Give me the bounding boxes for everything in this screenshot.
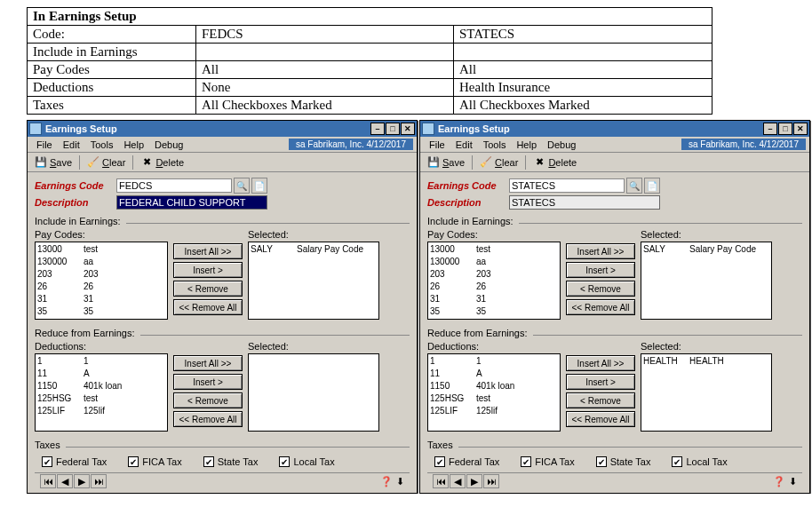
detail-icon[interactable]: 📄 [251,178,267,194]
local-tax-checkbox[interactable]: ✔Local Tax [279,456,334,467]
remove-all-button[interactable]: << Remove All [173,299,243,315]
insert-button[interactable]: Insert > [173,262,243,278]
list-box[interactable]: SALYSalary Pay Code [248,242,379,320]
lookup-icon[interactable]: 🔍 [626,178,642,194]
menu-file[interactable]: File [424,139,450,150]
help-icon[interactable]: ❓ [773,476,785,487]
local-tax-checkbox[interactable]: ✔Local Tax [672,456,727,467]
minimize-button[interactable]: – [763,123,777,135]
list-item[interactable]: SALYSalary Pay Code [641,242,771,255]
list-item[interactable]: 3535 [428,305,560,317]
remove-all-button[interactable]: << Remove All [173,411,243,427]
list-box[interactable]: HEALTHHEALTH [641,353,772,432]
remove-button[interactable]: < Remove [173,281,243,297]
earnings-code-field[interactable]: STATECS [509,178,625,193]
list-item[interactable]: 203203 [36,267,167,280]
menu-debug[interactable]: Debug [149,139,188,150]
state-tax-checkbox[interactable]: ✔State Tax [203,456,259,467]
list-box[interactable] [248,353,379,432]
list-item[interactable]: 125HSGtest [428,392,560,404]
list-item[interactable]: 125HSGtest [36,392,167,404]
description-field[interactable]: FEDERAL CHILD SUPPORT [116,195,267,210]
list-item[interactable]: 3131 [428,292,560,305]
list-item[interactable]: 130000aa [36,255,167,267]
fica-tax-checkbox[interactable]: ✔FICA Tax [128,456,181,467]
description-field[interactable]: STATECS [509,195,660,210]
delete-button[interactable]: ✖Delete [137,155,187,170]
list-item[interactable]: 1150401k loan [36,379,167,392]
remove-all-button[interactable]: << Remove All [566,299,635,315]
list-item[interactable]: 1150401k loan [428,379,560,392]
list-item[interactable]: SALYSalary Pay Code [249,242,378,255]
fica-tax-checkbox[interactable]: ✔FICA Tax [521,456,574,467]
dropdown-icon[interactable]: ⬇ [396,476,404,487]
list-item[interactable]: 13000test [36,242,167,255]
detail-icon[interactable]: 📄 [644,178,660,194]
menu-help[interactable]: Help [118,139,149,150]
menu-edit[interactable]: Edit [58,139,85,150]
list-item[interactable]: HEALTHHEALTH [641,354,771,367]
insert-button[interactable]: Insert > [566,374,635,390]
nav-button-3[interactable]: ⏭ [483,474,499,488]
help-icon[interactable]: ❓ [380,476,393,487]
dropdown-icon[interactable]: ⬇ [789,476,797,487]
list-box[interactable]: 1111A1150401k loan125HSGtest125LIF125lif [35,353,168,432]
remove-button[interactable]: < Remove [566,281,635,297]
list-box[interactable]: 13000test130000aa203203262631313535 [427,242,561,320]
minimize-button[interactable]: – [370,123,385,135]
menu-edit[interactable]: Edit [450,139,478,150]
clear-button[interactable]: 🧹Clear [476,155,521,170]
insert-all-button[interactable]: Insert All >> [173,355,243,371]
menu-file[interactable]: File [31,139,58,150]
menu-debug[interactable]: Debug [542,139,581,150]
list-item[interactable]: 11 [428,354,560,367]
menu-tools[interactable]: Tools [478,139,512,150]
save-button[interactable]: 💾Save [424,155,468,170]
list-item[interactable]: 203203 [428,267,560,280]
insert-button[interactable]: Insert > [173,374,243,390]
list-item[interactable]: 2626 [36,280,167,292]
federal-tax-checkbox[interactable]: ✔Federal Tax [434,456,499,467]
list-item[interactable]: 125LIF125lif [36,404,167,416]
earnings-code-field[interactable]: FEDCS [116,178,232,193]
remove-button[interactable]: < Remove [566,392,635,408]
list-item[interactable]: 13000test [428,242,560,255]
maximize-button[interactable]: □ [778,123,792,135]
lookup-icon[interactable]: 🔍 [234,178,250,194]
menu-tools[interactable]: Tools [85,139,119,150]
nav-button-1[interactable]: ◀ [450,474,466,488]
nav-button-1[interactable]: ◀ [57,474,73,488]
remove-button[interactable]: < Remove [173,392,243,408]
close-button[interactable]: ✕ [793,123,808,135]
insert-all-button[interactable]: Insert All >> [566,355,635,371]
nav-button-2[interactable]: ▶ [466,474,482,488]
list-item[interactable]: 3535 [36,305,167,317]
insert-all-button[interactable]: Insert All >> [173,243,243,259]
nav-button-0[interactable]: ⏮ [40,474,56,488]
menu-help[interactable]: Help [511,139,542,150]
list-box[interactable]: 13000test130000aa203203262631313535 [35,242,168,320]
list-item[interactable]: 3131 [36,292,167,305]
nav-button-2[interactable]: ▶ [74,474,90,488]
list-item[interactable]: 125LIF125lif [428,404,560,416]
insert-button[interactable]: Insert > [566,262,635,278]
close-button[interactable]: ✕ [401,123,415,135]
insert-all-button[interactable]: Insert All >> [566,243,635,259]
list-item[interactable]: 11 [36,354,167,367]
federal-tax-checkbox[interactable]: ✔Federal Tax [42,456,107,467]
clear-button[interactable]: 🧹Clear [84,155,129,170]
list-item[interactable]: 11A [36,367,167,379]
nav-button-3[interactable]: ⏭ [91,474,107,488]
state-tax-checkbox[interactable]: ✔State Tax [596,456,651,467]
nav-button-0[interactable]: ⏮ [433,474,449,488]
save-button[interactable]: 💾Save [31,155,76,170]
list-box[interactable]: SALYSalary Pay Code [641,242,772,320]
remove-all-button[interactable]: << Remove All [566,411,635,427]
list-item[interactable]: 130000aa [428,255,560,267]
status-text: sa Fabrikam, Inc. 4/12/2017 [289,139,413,150]
list-box[interactable]: 1111A1150401k loan125HSGtest125LIF125lif [427,353,561,432]
delete-button[interactable]: ✖Delete [529,155,580,170]
maximize-button[interactable]: □ [386,123,400,135]
list-item[interactable]: 11A [428,367,560,379]
list-item[interactable]: 2626 [428,280,560,292]
